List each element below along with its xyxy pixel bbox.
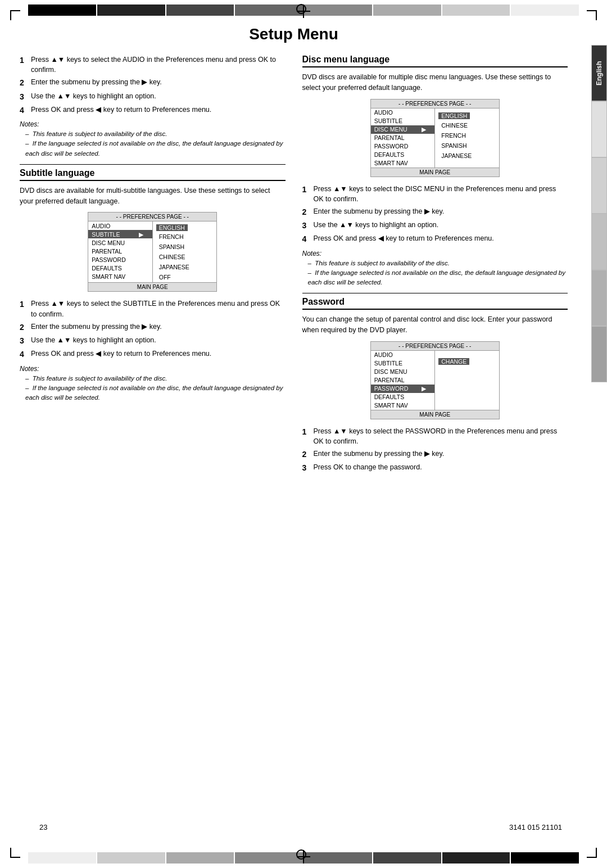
reg-circle [296,4,306,14]
audio-steps: 1 Press ▲▼ keys to select the AUDIO in t… [20,55,286,116]
cal-block [511,4,579,16]
osd-row: AUDIO [88,221,152,230]
right-column: Disc menu language DVD discs are availab… [302,55,568,478]
osd-row-selected: DISC MENU▶ [371,125,435,134]
cal-block [97,4,165,16]
corner-mark-bl [10,848,20,858]
step-item: 1 Press ▲▼ keys to select the AUDIO in t… [20,55,286,75]
osd-row: AUDIO [371,108,435,117]
osd-arrow: ▶ [422,385,426,392]
subtitle-steps: 1 Press ▲▼ keys to select the SUBTITLE i… [20,299,286,360]
osd-option: OFF [156,273,174,282]
step-content: Press OK and press ◀ key to return to Pr… [314,233,568,245]
lang-tab-5[interactable] [591,326,607,382]
osd-row: CHINESE [153,252,217,262]
notes-text: – This feature is subject to availabilit… [25,374,286,403]
step-number: 1 [302,184,310,204]
divider [302,293,568,293]
step-number: 2 [302,206,310,218]
osd-split: AUDIO SUBTITLE DISC MENU▶ PARENTAL PASSW… [371,108,499,168]
cal-block [373,4,441,16]
osd-label: PASSWORD [374,143,419,150]
step-number: 1 [302,426,310,446]
osd-footer: MAIN PAGE [371,168,499,177]
step-item: 3 Use the ▲▼ keys to highlight an option… [20,335,286,346]
notes-label: Notes: [20,120,286,128]
osd-option: CHINESE [156,253,188,261]
step-number: 3 [302,220,310,231]
step-content: Press ▲▼ keys to select the DISC MENU in… [314,184,568,204]
osd-label: PASSWORD [92,256,137,263]
cal-block [28,852,96,864]
step-item: 4 Press OK and press ◀ key to return to … [302,233,568,245]
step-item: 2 Enter the submenu by pressing the ▶ ke… [302,206,568,218]
osd-label: SUBTITLE [92,231,137,238]
osd-option: SPANISH [156,243,187,251]
lang-tab-1[interactable] [591,101,607,157]
osd-label: AUDIO [92,223,137,229]
osd-header: - - PREFERENCES PAGE - - [371,100,499,108]
cal-block [28,4,96,16]
page-number: 23 [39,823,47,831]
osd-option: SPANISH [438,141,469,150]
osd-row: JAPANESE [153,262,217,272]
reg-circle [296,849,306,860]
left-column: 1 Press ▲▼ keys to select the AUDIO in t… [20,55,286,478]
osd-label: PARENTAL [374,134,419,141]
osd-row-selected: PASSWORD▶ [371,385,435,393]
cal-block [373,852,441,864]
step-item: 2 Enter the submenu by pressing the ▶ ke… [20,322,286,333]
step-content: Enter the submenu by pressing the ▶ key. [31,322,286,333]
osd-row: ENGLISH [435,112,499,120]
osd-row: ENGLISH [153,223,217,232]
step-number: 3 [20,91,28,102]
step-content: Enter the submenu by pressing the ▶ key. [314,206,568,218]
password-steps: 1 Press ▲▼ keys to select the PASSWORD i… [302,426,568,474]
osd-footer: MAIN PAGE [88,282,216,291]
osd-label: SMART NAV [374,160,419,166]
osd-label: SUBTITLE [374,360,419,367]
lang-tab-3[interactable] [591,214,607,270]
osd-header: - - PREFERENCES PAGE - - [88,213,216,221]
reg-mark-bottom [297,850,310,864]
step-number: 3 [302,462,310,473]
osd-row: SPANISH [153,242,217,252]
osd-option: FRENCH [156,233,187,241]
lang-tab-2[interactable] [591,157,607,214]
corner-mark-tr [587,10,597,20]
osd-row: CHINESE [435,120,499,130]
step-number: 1 [20,55,28,75]
step-content: Press ▲▼ keys to select the SUBTITLE in … [31,299,286,319]
osd-value: CHANGE [438,358,469,365]
osd-label: PARENTAL [92,248,137,255]
osd-sub-col: ENGLISH CHINESE FRENCH SPANISH JAPANESE [434,108,499,168]
osd-label: SMART NAV [374,402,419,409]
step-content: Use the ▲▼ keys to highlight an option. [31,335,286,346]
notes-label: Notes: [302,250,568,257]
cal-block [442,4,510,16]
osd-label: DEFAULTS [374,151,419,158]
osd-row: PARENTAL [371,376,435,385]
step-content: Press ▲▼ keys to select the AUDIO in the… [31,55,286,75]
osd-row: SPANISH [435,141,499,151]
lang-tab-4[interactable] [591,270,607,326]
osd-row: DEFAULTS [371,393,435,401]
step-content: Press OK to change the password. [314,462,568,473]
step-number: 4 [302,233,310,245]
lang-tabs: English [591,45,607,382]
step-number: 2 [20,77,28,88]
osd-main-col: AUDIO SUBTITLE▶ DISC MENU PARENTAL PASSW… [88,221,152,282]
osd-option: FRENCH [438,131,469,139]
product-code: 3141 015 21101 [509,823,562,831]
osd-row-selected: SUBTITLE▶ [88,230,152,238]
lang-tab-english[interactable]: English [591,45,607,101]
disc-menu-steps: 1 Press ▲▼ keys to select the DISC MENU … [302,184,568,245]
osd-row: SMART NAV [371,401,435,410]
step-item: 1 Press ▲▼ keys to select the DISC MENU … [302,184,568,204]
step-item: 3 Press OK to change the password. [302,462,568,473]
step-item: 3 Use the ▲▼ keys to highlight an option… [302,220,568,231]
page-content: Setup Menu 1 Press ▲▼ keys to select the… [20,25,585,843]
step-content: Use the ▲▼ keys to highlight an option. [31,91,286,102]
password-osd-menu: - - PREFERENCES PAGE - - AUDIO SUBTITLE … [370,341,500,419]
corner-mark-br [587,848,597,858]
